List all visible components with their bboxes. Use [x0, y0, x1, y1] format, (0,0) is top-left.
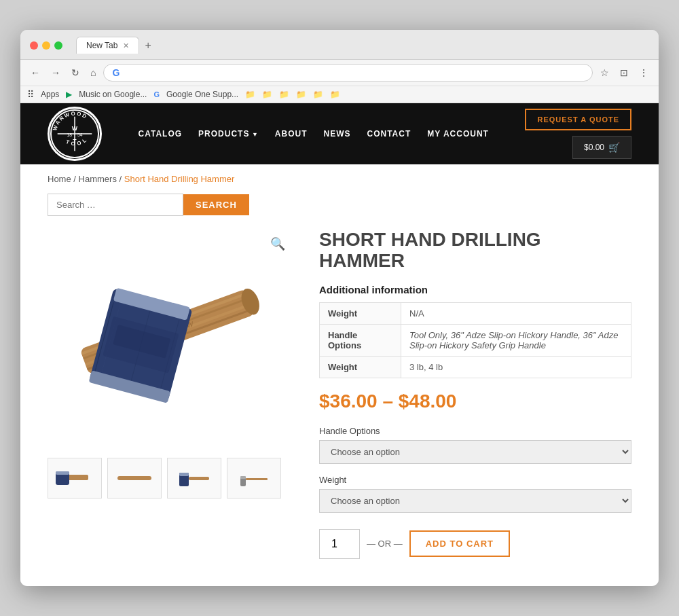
svg-text:18: 18 [67, 132, 72, 137]
search-bar: SEARCH [20, 194, 659, 230]
bookmark-sep2: 📁 [262, 90, 272, 99]
breadcrumb-home[interactable]: Home [48, 174, 71, 184]
screenshot-button[interactable]: ⊡ [617, 66, 631, 79]
table-value-handle: Tool Only, 36" Adze Slip-on Hickory Hand… [401, 324, 631, 356]
thumbnail-1[interactable] [48, 458, 102, 499]
maximize-button[interactable] [54, 41, 62, 50]
main-nav: CATALOG PRODUCTS ABOUT NEWS CONTACT MY A… [139, 129, 489, 139]
table-label-handle: Handle Options [320, 324, 401, 356]
breadcrumb-hammers[interactable]: Hammers [79, 174, 117, 184]
svg-text:TOOL: TOOL [65, 136, 90, 147]
handle-options-select[interactable]: Choose an option Tool Only 36" Adze Slip… [319, 440, 631, 464]
thumbnail-2[interactable] [107, 458, 162, 499]
product-images: 🔍 [48, 230, 292, 559]
bookmark-sep3: 📁 [279, 90, 289, 99]
product-title-line1: SHORT HAND DRILLING [319, 229, 541, 250]
svg-rect-27 [56, 471, 69, 475]
svg-text:54: 54 [77, 132, 83, 137]
breadcrumb: Home / Hammers / Short Hand Drilling Ham… [20, 164, 659, 194]
search-input[interactable] [48, 194, 183, 216]
browser-tab[interactable]: New Tab ✕ [76, 37, 139, 54]
reload-button[interactable]: ↻ [68, 66, 83, 79]
nav-my-account[interactable]: MY ACCOUNT [427, 129, 489, 139]
table-row: Weight 3 lb, 4 lb [320, 356, 631, 378]
minimize-button[interactable] [42, 41, 50, 50]
handle-options-label: Handle Options [319, 426, 631, 436]
cart-icon: 🛒 [608, 142, 620, 153]
table-value-weight2: 3 lb, 4 lb [401, 356, 631, 378]
breadcrumb-sep1: / [73, 174, 78, 184]
tab-bar: New Tab ✕ + [76, 37, 649, 54]
product-thumbnails [48, 458, 292, 499]
product-info: SHORT HAND DRILLING HAMMER Additional in… [319, 230, 631, 559]
back-button[interactable]: ← [27, 66, 43, 79]
browser-menu[interactable]: ⋮ [636, 66, 652, 79]
bookmarks-bar: ⠿ Apps ▶ Music on Google... G Google One… [20, 86, 659, 103]
weight-options-select[interactable]: Choose an option 3 lb 4 lb [319, 489, 631, 513]
svg-rect-31 [189, 477, 209, 480]
nav-catalog[interactable]: CATALOG [139, 129, 183, 139]
product-info-table: Weight N/A Handle Options Tool Only, 36"… [319, 302, 631, 378]
weight-options-label: Weight [319, 475, 631, 485]
thumbnail-4[interactable] [227, 458, 281, 499]
search-button[interactable]: SEARCH [183, 194, 249, 215]
cart-price: $0.00 [584, 143, 604, 152]
svg-rect-30 [179, 473, 189, 476]
logo-area: WARWOOD TOOL W 18 54 [48, 107, 102, 161]
site-header: WARWOOD TOOL W 18 54 [20, 103, 659, 164]
new-tab-button[interactable]: + [142, 39, 153, 52]
thumbnail-3[interactable] [167, 458, 221, 499]
address-bar[interactable]: G [103, 64, 593, 81]
nav-about[interactable]: ABOUT [275, 129, 308, 139]
close-button[interactable] [30, 41, 38, 50]
handle-options-section: Handle Options Choose an option Tool Onl… [319, 426, 631, 464]
svg-text:W: W [72, 125, 78, 132]
nav-news[interactable]: NEWS [324, 129, 351, 139]
quantity-input[interactable] [319, 529, 360, 559]
price-max: $48.00 [399, 391, 457, 412]
bookmark-button[interactable]: ☆ [597, 66, 612, 79]
header-right: REQUEST A QUOTE $0.00 🛒 [525, 109, 631, 159]
breadcrumb-sep2: / [120, 174, 124, 184]
browser-window: New Tab ✕ + ← → ↻ ⌂ G ☆ ⊡ ⋮ ⠿ Apps ▶ Mus… [20, 30, 659, 586]
forward-button[interactable]: → [48, 66, 64, 79]
zoom-icon[interactable]: 🔍 [270, 236, 285, 251]
bookmark-apps[interactable]: Apps [41, 90, 59, 99]
nav-products[interactable]: PRODUCTS [198, 129, 259, 139]
request-quote-button[interactable]: REQUEST A QUOTE [525, 109, 631, 130]
bookmark-google-one[interactable]: Google One Supp... [166, 90, 238, 99]
price-range: $36.00 – $48.00 [319, 391, 631, 412]
apps-icon[interactable]: ⠿ [27, 89, 34, 100]
product-title: SHORT HAND DRILLING HAMMER [319, 230, 631, 272]
browser-toolbar: ← → ↻ ⌂ G ☆ ⊡ ⋮ [20, 60, 659, 86]
additional-info-heading: Additional information [319, 284, 631, 295]
browser-titlebar: New Tab ✕ + [20, 30, 659, 60]
or-text: — OR — [367, 539, 403, 549]
svg-text:T: T [73, 138, 77, 145]
price-dash: – [382, 391, 393, 412]
svg-rect-28 [117, 476, 151, 480]
cart-button[interactable]: $0.00 🛒 [572, 136, 631, 159]
weight-options-section: Weight Choose an option 3 lb 4 lb [319, 475, 631, 513]
product-area: 🔍 [20, 230, 659, 586]
bookmark-sep4: 📁 [296, 90, 306, 99]
add-to-cart-row: — OR — ADD TO CART [319, 529, 631, 559]
bookmark-sep5: 📁 [313, 90, 323, 99]
add-to-cart-button[interactable]: ADD TO CART [409, 530, 510, 557]
table-label-weight1: Weight [320, 302, 401, 324]
window-controls [30, 41, 62, 50]
home-button[interactable]: ⌂ [87, 66, 99, 79]
svg-rect-33 [240, 476, 246, 479]
tab-label: New Tab [86, 41, 117, 50]
bookmark-sep1: 📁 [245, 90, 255, 99]
table-row: Handle Options Tool Only, 36" Adze Slip-… [320, 324, 631, 356]
bookmark-music[interactable]: Music on Google... [79, 90, 147, 99]
tab-close-icon[interactable]: ✕ [123, 41, 129, 50]
table-value-weight1: N/A [401, 302, 631, 324]
hammer-illustration: W [54, 236, 285, 440]
nav-contact[interactable]: CONTACT [367, 129, 411, 139]
breadcrumb-current: Short Hand Drilling Hammer [124, 174, 235, 184]
price-min: $36.00 [319, 391, 378, 412]
site-content: WARWOOD TOOL W 18 54 [20, 103, 659, 586]
product-title-line2: HAMMER [319, 250, 405, 271]
